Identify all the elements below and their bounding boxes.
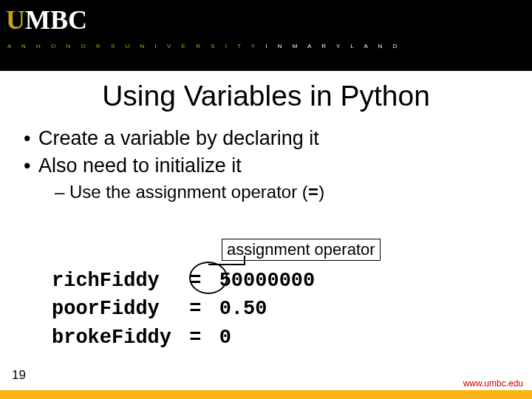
var-1: richFiddy xyxy=(52,267,188,294)
eq-3: = xyxy=(189,324,205,351)
sub-bullet-end: ) xyxy=(318,182,324,202)
bullet-1-text: Create a variable by declaring it xyxy=(38,127,319,149)
sub-bullet-text: – Use the assignment operator ( xyxy=(55,182,308,202)
logo-initial: U xyxy=(6,5,25,35)
body: •Create a variable by declaring it •Also… xyxy=(24,127,508,203)
code-row-1: richFiddy = 50000000 xyxy=(52,267,319,294)
code-block: richFiddy = 50000000 poorFiddy = 0.50 br… xyxy=(50,266,321,352)
header-band: UMBC A N H O N O R S U N I V E R S I T Y… xyxy=(0,0,532,71)
slide: UMBC A N H O N O R S U N I V E R S I T Y… xyxy=(0,0,532,399)
val-2: 0.50 xyxy=(207,296,319,322)
eq-1: = xyxy=(189,267,205,294)
tagline: A N H O N O R S U N I V E R S I T Y I N … xyxy=(7,43,401,50)
footer-url: www.umbc.edu xyxy=(463,378,523,389)
code-table: richFiddy = 50000000 poorFiddy = 0.50 br… xyxy=(50,266,321,352)
val-3: 0 xyxy=(207,324,319,351)
page-number: 19 xyxy=(12,368,26,383)
var-3: brokeFiddy xyxy=(52,324,188,351)
var-2: poorFiddy xyxy=(52,296,188,322)
bullet-1: •Create a variable by declaring it xyxy=(24,127,508,150)
footer-bar xyxy=(0,390,532,399)
tagline-b: I N M A R Y L A N D xyxy=(259,43,401,50)
bullet-2: •Also need to initialize it xyxy=(24,154,508,177)
annotation-box: assignment operator xyxy=(222,239,381,261)
sub-bullet: – Use the assignment operator (=) xyxy=(55,182,508,203)
umbc-logo: UMBC xyxy=(6,4,87,35)
code-row-2: poorFiddy = 0.50 xyxy=(52,296,319,322)
logo-rest: MBC xyxy=(25,5,87,35)
code-row-3: brokeFiddy = 0 xyxy=(52,324,319,351)
bullet-2-text: Also need to initialize it xyxy=(38,154,242,177)
val-1: 50000000 xyxy=(207,267,319,294)
tagline-a: A N H O N O R S U N I V E R S I T Y xyxy=(7,43,259,50)
slide-title: Using Variables in Python xyxy=(0,80,532,112)
equals-operator: = xyxy=(308,183,318,203)
connector-line xyxy=(244,256,245,264)
eq-2: = xyxy=(189,296,205,322)
